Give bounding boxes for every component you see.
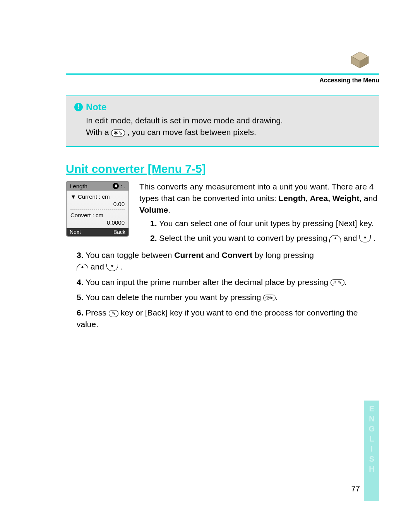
down-key-icon: ▼ [359,235,371,242]
step-4: 4. You can input the prime number after … [77,276,379,288]
step-2: 2. Select the unit you want to convert b… [150,232,379,244]
step-5: 5. You can delete the number you want by… [77,292,379,303]
hash-badge-icon: # [113,183,119,189]
up-key-icon: ▲ [77,264,88,271]
section-intro: This converts any measurement into a uni… [139,181,379,215]
header-rule [66,73,379,75]
info-icon: ! [74,103,83,111]
current-value: 0.00 [70,200,125,208]
cube-logo-icon [348,50,372,70]
current-label: ▼ Current : cm [70,193,125,201]
step-1: 1. You can select one of four unit types… [150,218,379,229]
softkey-left: Next [70,229,81,235]
breadcrumb: Accessing the Menu [66,77,379,84]
clear-key-icon: ⓟ/c [263,295,276,301]
phone-screenshot: Length # : . ▼ Current : cm 0.00 Convert… [66,181,132,247]
page-number: 77 [351,484,360,493]
section-title: Unit converter [Menu 7-5] [66,162,379,176]
up-key-icon: ▲ [329,235,341,242]
screen-title: Length [70,183,87,189]
note-label: Note [86,102,106,113]
note-line-2: With a ✱⇘ , you can move fast between pi… [86,126,371,138]
star-key-icon: ✱⇘ [111,130,125,136]
hash-key-icon: # ✎ [331,279,344,286]
convert-label: Convert : cm [70,211,125,219]
language-tab: ENGLISH [364,401,379,501]
end-key-icon: ✎ [109,310,118,317]
down-key-icon: ▼ [106,264,118,271]
softkey-right: Back [113,229,125,235]
step-3: 3. You can toggle between Current and Co… [77,249,379,273]
note-line-1: In edit mode, default is set in move mod… [86,115,371,126]
step-6: 6. Press ✎ key or [Back] key if you want… [77,307,379,330]
convert-value: 0.0000 [70,219,125,227]
note-box: ! Note In edit mode, default is set in m… [66,95,379,147]
